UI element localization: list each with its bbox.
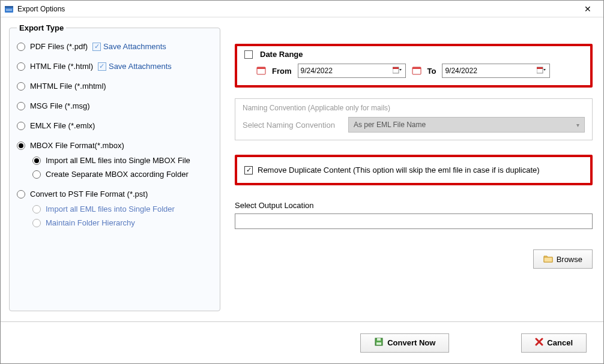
radio-icon: [17, 62, 25, 71]
option-pdf[interactable]: PDF Files (*.pdf) ✓ Save Attachments: [17, 42, 213, 51]
radio-icon: [32, 170, 41, 179]
save-attachments-label: Save Attachments: [103, 42, 166, 51]
window-title: Export Options: [17, 5, 576, 13]
from-date-value: 9/24/2022: [301, 67, 392, 75]
svg-rect-12: [544, 257, 552, 262]
suboption-pst-hierarchy: Maintain Folder Hierarchy: [32, 218, 213, 227]
from-label: From: [272, 67, 292, 76]
export-options-window: Export Options ✕ Export Type PDF Files (…: [0, 0, 604, 364]
option-label: MSG File (*.msg): [30, 101, 90, 110]
radio-icon: [32, 205, 41, 213]
radio-icon: [17, 190, 25, 198]
footer: Convert Now Cancel: [1, 321, 603, 363]
save-icon: [374, 337, 384, 348]
svg-rect-9: [412, 67, 421, 69]
option-label: Convert to PST File Format (*.pst): [30, 189, 148, 198]
remove-duplicate-label: Remove Duplicate Content (This option wi…: [258, 166, 540, 175]
remove-duplicate-section: ✓ Remove Duplicate Content (This option …: [235, 155, 593, 185]
close-button[interactable]: ✕: [576, 4, 600, 14]
convert-now-button[interactable]: Convert Now: [360, 333, 449, 353]
option-label: HTML File (*.html): [30, 62, 93, 71]
cancel-button[interactable]: Cancel: [521, 333, 587, 353]
radio-icon: [17, 102, 25, 110]
naming-title: Naming Convention (Applicable only for m…: [243, 104, 585, 112]
browse-label: Browse: [557, 255, 582, 264]
folder-icon: [543, 254, 553, 264]
radio-icon: [32, 219, 41, 227]
option-msg[interactable]: MSG File (*.msg): [17, 101, 213, 110]
svg-rect-2: [6, 9, 12, 10]
cancel-label: Cancel: [547, 338, 573, 347]
svg-rect-15: [376, 342, 381, 345]
checkbox-icon[interactable]: ✓: [92, 43, 101, 51]
option-label: PDF Files (*.pdf): [30, 42, 88, 51]
calendar-icon: [256, 66, 266, 76]
to-label: To: [427, 67, 436, 76]
naming-select-value: As per EML File Name: [354, 121, 426, 129]
radio-icon: [32, 157, 41, 165]
date-range-section: Date Range From 9/24/2022: [235, 44, 593, 88]
calendar-icon: [412, 66, 421, 76]
svg-rect-3: [6, 10, 12, 11]
suboption-label: Import all EML files into Single Folder: [46, 204, 175, 213]
save-attachments-label: Save Attachments: [109, 62, 172, 71]
option-pst[interactable]: Convert to PST File Format (*.pst): [17, 189, 213, 198]
radio-icon: [17, 142, 25, 150]
option-html[interactable]: HTML File (*.html) ✓ Save Attachments: [17, 62, 213, 71]
naming-convention-section: Naming Convention (Applicable only for m…: [235, 98, 593, 140]
suboption-label: Maintain Folder Hierarchy: [46, 218, 135, 227]
left-panel: Export Type PDF Files (*.pdf) ✓ Save Att…: [1, 17, 229, 321]
naming-label: Select Naming Convention: [243, 121, 335, 130]
radio-icon: [17, 122, 25, 130]
radio-icon: [17, 43, 25, 51]
svg-rect-14: [377, 338, 381, 341]
svg-rect-11: [537, 67, 543, 69]
remove-duplicate-checkbox[interactable]: ✓: [244, 166, 253, 175]
output-location-input[interactable]: [235, 213, 593, 229]
option-label: MHTML File (*.mhtml): [30, 82, 106, 91]
convert-label: Convert Now: [387, 338, 435, 347]
radio-icon: [17, 82, 25, 91]
mbox-subgroup: Import all EML files into Single MBOX Fi…: [32, 156, 213, 179]
suboption-mbox-single[interactable]: Import all EML files into Single MBOX Fi…: [32, 156, 213, 165]
option-mbox[interactable]: MBOX File Format(*.mbox): [17, 141, 213, 150]
option-mhtml[interactable]: MHTML File (*.mhtml): [17, 82, 213, 91]
app-icon: [4, 4, 14, 14]
date-range-checkbox[interactable]: [244, 50, 253, 59]
svg-rect-5: [257, 67, 265, 69]
calendar-dropdown-icon[interactable]: [392, 67, 403, 75]
export-type-group: Export Type PDF Files (*.pdf) ✓ Save Att…: [9, 23, 220, 311]
pst-subgroup: Import all EML files into Single Folder …: [32, 204, 213, 227]
export-type-legend: Export Type: [17, 23, 66, 32]
option-label: EMLX File (*.emlx): [30, 121, 95, 130]
output-location-label: Select Output Location: [235, 201, 593, 210]
titlebar: Export Options ✕: [1, 1, 603, 17]
suboption-label: Create Separate MBOX according Folder: [46, 170, 189, 179]
calendar-dropdown-icon[interactable]: [536, 67, 547, 75]
chevron-down-icon: ▾: [576, 122, 579, 128]
naming-select: As per EML File Name ▾: [348, 117, 585, 133]
from-date-input[interactable]: 9/24/2022: [298, 64, 406, 78]
option-label: MBOX File Format(*.mbox): [30, 141, 124, 150]
checkbox-icon[interactable]: ✓: [98, 62, 106, 71]
svg-rect-1: [5, 6, 13, 8]
suboption-pst-single: Import all EML files into Single Folder: [32, 204, 213, 213]
date-range-title: Date Range: [260, 50, 303, 59]
svg-rect-7: [393, 67, 399, 69]
browse-button[interactable]: Browse: [533, 249, 593, 269]
to-date-value: 9/24/2022: [445, 67, 536, 75]
option-emlx[interactable]: EMLX File (*.emlx): [17, 121, 213, 130]
cancel-icon: [535, 338, 543, 348]
suboption-mbox-separate[interactable]: Create Separate MBOX according Folder: [32, 170, 213, 179]
to-date-input[interactable]: 9/24/2022: [442, 64, 550, 78]
suboption-label: Import all EML files into Single MBOX Fi…: [46, 156, 190, 165]
right-panel: Date Range From 9/24/2022: [229, 17, 603, 321]
